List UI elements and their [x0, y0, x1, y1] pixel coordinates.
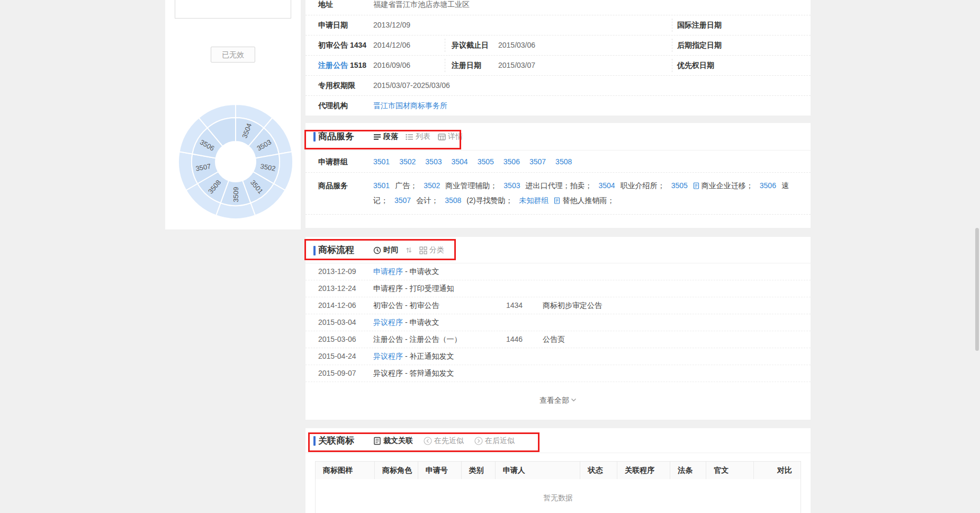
- table-empty-state: 暂无数据: [315, 479, 801, 513]
- vertical-scrollbar-thumb[interactable]: [975, 228, 979, 351]
- apply-group-link[interactable]: 3501: [373, 157, 390, 166]
- goods-item-text: 商业企业迁移；: [702, 181, 753, 190]
- chevron-down-icon: [571, 398, 577, 402]
- circle-right-icon: [474, 437, 483, 445]
- flow-row: 2013-12-09 申请程序 - 申请收文: [305, 263, 811, 280]
- goods-group-link[interactable]: 未知群组: [519, 196, 549, 205]
- agent-link[interactable]: 晋江市国材商标事务所: [373, 96, 447, 116]
- flow-row: 2013-12-24 申请程序 - 打印受理通知: [305, 280, 811, 297]
- tab-category[interactable]: 分类: [419, 245, 444, 255]
- goods-tab-详情[interactable]: 详情: [438, 132, 463, 141]
- goods-tab-段落[interactable]: 段落: [373, 132, 398, 141]
- tab-time[interactable]: 时间: [373, 245, 398, 255]
- sort-arrows-icon: [406, 246, 412, 254]
- column-divider: [672, 59, 672, 72]
- donut-chart-svg: 35043503350235013509350835073506: [168, 94, 303, 229]
- column-divider: [672, 19, 672, 32]
- priority-date-label: 优先权日期: [677, 56, 714, 75]
- tab-ruling-relation[interactable]: 裁文关联: [373, 428, 413, 453]
- tab-prior-similar[interactable]: 在先近似: [424, 428, 464, 453]
- reg-notice-value: 2016/09/06: [373, 56, 410, 75]
- reg-notice-link[interactable]: 注册公告: [318, 61, 348, 69]
- row-address: 地址 福建省晋江市池店赤塘工业区: [305, 0, 811, 15]
- flow-date: 2013-12-09: [318, 263, 356, 280]
- apply-group-link[interactable]: 3505: [478, 157, 494, 166]
- flow-event: 注册公告 - 注册公告（一）: [373, 331, 461, 348]
- apply-group-link[interactable]: 3507: [529, 157, 546, 166]
- apply-group-link[interactable]: 3504: [451, 157, 467, 166]
- table-header-cell: 类别: [461, 462, 495, 480]
- trademark-image-box: [175, 0, 291, 19]
- goods-item-text: 替他人推销雨；: [562, 196, 614, 205]
- apply-group-link[interactable]: 3503: [425, 157, 442, 166]
- table-header-cell: 法条: [670, 462, 706, 480]
- view-all-button[interactable]: 查看全部: [305, 396, 811, 405]
- section-accent-bar: [313, 436, 316, 446]
- related-view-tabs: 裁文关联 在先近似 在后近似: [373, 428, 515, 453]
- column-divider: [445, 59, 445, 72]
- first-notice-value: 2014/12/06: [373, 36, 410, 55]
- goods-tab-列表[interactable]: 列表: [406, 132, 430, 141]
- trademark-flow-card: 商标流程 时间 分类 2013-12-09 申请程序 - 申请收文 2013-1…: [305, 237, 811, 420]
- goods-item-text: 广告；: [395, 181, 417, 190]
- table-header-cell: 申请号: [418, 462, 461, 480]
- row-reg-notice: 注册公告 1518 2016/09/06 注册日期 2015/03/07 优先权…: [305, 55, 811, 75]
- apply-group-link[interactable]: 3508: [555, 157, 572, 166]
- flow-notice-page-link[interactable]: 公告页: [543, 331, 565, 348]
- flow-extra: 商标初步审定公告: [543, 297, 602, 314]
- column-divider: [672, 39, 672, 52]
- status-invalid-button[interactable]: 已无效: [211, 47, 255, 63]
- flow-procedure-link[interactable]: 申请程序: [373, 267, 403, 276]
- goods-group-link[interactable]: 3503: [504, 181, 520, 190]
- goods-group-link[interactable]: 3507: [394, 196, 411, 205]
- flow-notice-number: 1434: [506, 297, 523, 314]
- section-accent-bar: [313, 132, 316, 141]
- table-header-cell: 状态: [580, 462, 617, 480]
- related-section-header: 关联商标 裁文关联 在先近似 在后近似: [305, 428, 811, 453]
- goods-services-card: 商品服务 段落列表详情 申请群组 35013502350335043505350…: [305, 123, 811, 228]
- goods-group-link[interactable]: 3502: [424, 181, 440, 190]
- flow-row: 2015-03-04 异议程序 - 申请收文: [305, 314, 811, 331]
- exclusive-term-label: 专用权期限: [318, 76, 355, 95]
- goods-group-link[interactable]: 3501: [373, 181, 390, 190]
- goods-item-text: 商业管理辅助；: [445, 181, 497, 190]
- flow-procedure-link[interactable]: 异议程序: [373, 318, 403, 326]
- tab-later-similar[interactable]: 在后近似: [474, 428, 515, 453]
- flow-row: 2015-03-06 注册公告 - 注册公告（一） 1446 公告页: [305, 331, 811, 348]
- flow-event: 异议程序 - 答辩通知发文: [373, 365, 454, 382]
- doc-small-icon: [554, 197, 560, 204]
- table-header-cell: 申请人: [495, 462, 580, 480]
- address-label: 地址: [318, 0, 333, 14]
- apply-groups-row: 申请群组 35013502350335043505350635073508: [305, 151, 811, 173]
- row-exclusive-term: 专用权期限 2015/03/07-2025/03/06: [305, 75, 811, 95]
- clock-icon: [373, 246, 381, 254]
- sort-order-toggle[interactable]: [406, 246, 412, 254]
- goods-group-link[interactable]: 3505: [671, 181, 688, 190]
- trademark-detail-page: 已无效 35043503350235013509350835073506 地址 …: [0, 0, 980, 513]
- goods-item-text: 会计；: [416, 196, 438, 205]
- apply-group-link[interactable]: 3506: [504, 157, 520, 166]
- left-summary-panel: 已无效 35043503350235013509350835073506: [165, 0, 301, 229]
- flow-date: 2015-03-06: [318, 331, 356, 348]
- flow-event: 申请程序 - 申请收文: [373, 263, 439, 280]
- goods-text-row: 商品服务 3501广告；3502商业管理辅助；3503进出口代理；拍卖；3504…: [305, 173, 811, 215]
- reg-date-value: 2015/03/07: [498, 56, 535, 75]
- goods-view-tabs: 段落列表详情: [373, 123, 463, 151]
- opposition-deadline-label: 异议截止日: [452, 36, 489, 55]
- apply-date-value: 2013/12/09: [373, 15, 410, 35]
- goods-item-text: 职业介绍所；: [621, 181, 665, 190]
- apply-group-link[interactable]: 3502: [399, 157, 416, 166]
- flow-row: 2015-09-07 异议程序 - 答辩通知发文: [305, 365, 811, 382]
- flow-procedure-link[interactable]: 异议程序: [373, 352, 403, 360]
- table-header-row: 商标图样商标角色申请号类别申请人状态关联程序法条官文对比: [316, 462, 801, 480]
- goods-group-link[interactable]: 3508: [445, 196, 461, 205]
- goods-group-link[interactable]: 3504: [598, 181, 615, 190]
- table-header-cell: 商标角色: [374, 462, 418, 480]
- table-header-cell: 对比: [754, 462, 801, 480]
- goods-group-link[interactable]: 3506: [760, 181, 776, 190]
- row-apply-date: 申请日期 2013/12/09 国际注册日期: [305, 15, 811, 35]
- later-designation-label: 后期指定日期: [677, 36, 722, 55]
- list-icon: [406, 134, 413, 140]
- flow-view-tabs: 时间 分类: [373, 237, 444, 263]
- class-group-donut-chart[interactable]: 35043503350235013509350835073506: [168, 94, 303, 229]
